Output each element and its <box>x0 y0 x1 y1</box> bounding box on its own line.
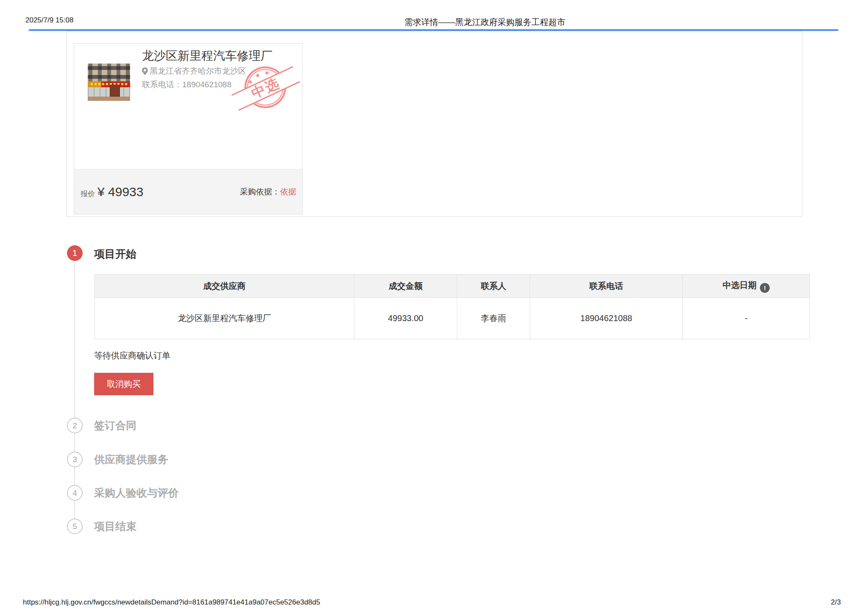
col-header-amount: 成交金额 <box>354 275 457 298</box>
phone-label: 联系电话： <box>142 80 182 89</box>
step-circle-2: 2 <box>67 418 83 433</box>
quote: 报价 ¥ 49933 <box>81 185 143 199</box>
purchase-basis: 采购依据：依据 <box>240 186 296 197</box>
cancel-purchase-button[interactable]: 取消购买 <box>94 373 153 395</box>
step-label-acceptance-review: 采购人验收与评价 <box>94 485 179 501</box>
order-status-text: 等待供应商确认订单 <box>94 350 170 361</box>
info-icon[interactable]: ! <box>760 283 770 293</box>
print-footer-url: https://hljcg.hlj.gov.cn/fwgccs/newdetai… <box>23 598 320 607</box>
table-row: 龙沙区新里程汽车修理厂 49933.00 李春雨 18904621088 - <box>95 298 810 339</box>
cell-win-date: - <box>683 298 810 339</box>
page-title: 需求详情——黑龙江政府采购服务工程超市 <box>404 17 565 28</box>
step-circle-3: 3 <box>67 452 83 467</box>
quote-bar: 报价 ¥ 49933 采购依据：依据 <box>74 169 302 214</box>
photo-banner-text <box>91 83 127 85</box>
location-pin-icon <box>142 67 148 75</box>
photo-storefront-banner <box>88 81 130 87</box>
step-circle-5: 5 <box>67 519 83 534</box>
quote-label: 报价 <box>81 189 95 199</box>
order-table: 成交供应商 成交金额 联系人 联系电话 中选日期! 龙沙区新里程汽车修理厂 49… <box>95 274 810 339</box>
supplier-card-top: 龙沙区新里程汽车修理厂 黑龙江省齐齐哈尔市龙沙区 联系电话：1890462108… <box>74 44 302 170</box>
quote-amount: ¥ 49933 <box>97 185 143 199</box>
supplier-photo <box>88 64 130 101</box>
table-header-row: 成交供应商 成交金额 联系人 联系电话 中选日期! <box>95 275 810 298</box>
col-header-contact: 联系人 <box>457 275 530 298</box>
photo-door <box>110 85 120 97</box>
basis-label: 采购依据： <box>240 187 280 196</box>
photo-building-windows <box>88 64 130 81</box>
phone-value: 18904621088 <box>182 80 231 89</box>
col-header-phone: 联系电话 <box>530 275 683 298</box>
step-label-provide-service: 供应商提供服务 <box>94 452 168 467</box>
print-timestamp: 2025/7/9 15:08 <box>25 16 73 25</box>
cell-contact: 李春雨 <box>457 298 530 339</box>
step-label-project-start: 项目开始 <box>94 246 136 262</box>
cell-supplier: 龙沙区新里程汽车修理厂 <box>95 298 354 339</box>
step-label-project-end: 项目结束 <box>94 519 136 534</box>
cell-phone: 18904621088 <box>530 298 683 339</box>
supplier-section: 龙沙区新里程汽车修理厂 黑龙江省齐齐哈尔市龙沙区 联系电话：1890462108… <box>66 31 802 217</box>
print-preview-page: 2025/7/9 15:08 需求详情——黑龙江政府采购服务工程超市 龙沙区新里… <box>0 0 868 613</box>
photo-ground <box>88 97 130 101</box>
col-header-supplier: 成交供应商 <box>95 275 354 298</box>
col-header-win-date: 中选日期! <box>683 275 810 298</box>
print-page-indicator: 2/3 <box>831 598 841 607</box>
supplier-phone-line: 联系电话：18904621088 <box>142 79 231 90</box>
basis-link[interactable]: 依据 <box>280 187 296 196</box>
supplier-card: 龙沙区新里程汽车修理厂 黑龙江省齐齐哈尔市龙沙区 联系电话：1890462108… <box>74 43 303 214</box>
step-circle-1: 1 <box>67 245 83 261</box>
step-label-sign-contract: 签订合同 <box>94 418 136 433</box>
cell-amount: 49933.00 <box>354 298 457 339</box>
step-circle-4: 4 <box>67 485 83 501</box>
photo-storefront <box>88 87 130 97</box>
